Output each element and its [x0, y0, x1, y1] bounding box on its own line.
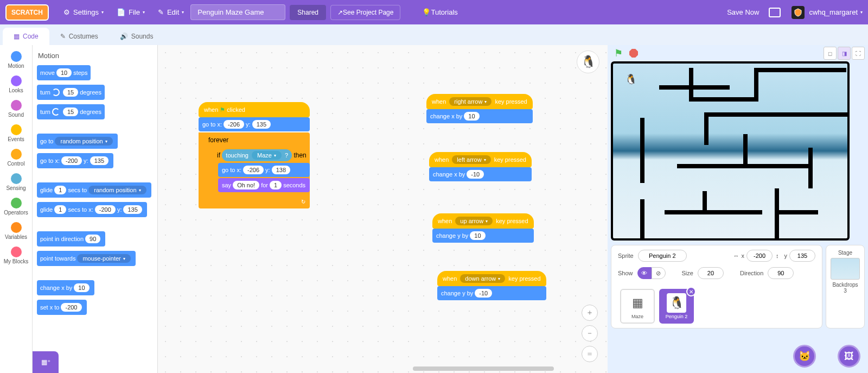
block-input[interactable]: -10	[475, 289, 492, 298]
block-input[interactable]: -200	[61, 156, 82, 165]
zoom-out-button[interactable]: －	[582, 325, 598, 342]
block-input[interactable]: -200	[61, 303, 81, 312]
block-change-x[interactable]: change x by10	[37, 280, 94, 295]
account-menu[interactable]: cwhq_margaret ▾	[792, 6, 863, 19]
stop-button[interactable]	[629, 49, 638, 58]
sprite-name-input[interactable]	[638, 250, 687, 262]
hat-when-key-pressed[interactable]: when down arrow key pressed	[437, 271, 546, 286]
sprite-y-input[interactable]	[789, 250, 815, 262]
block-goto-xy[interactable]: go to x:-206y:138	[218, 163, 310, 177]
block-dropdown[interactable]: down arrow	[460, 274, 505, 283]
block-if[interactable]: if touching Maze ? then go to x:-206y:13…	[207, 146, 310, 200]
tab-code[interactable]: ▦Code	[3, 28, 49, 45]
project-title-input[interactable]	[190, 4, 285, 20]
block-change-x[interactable]: change x by-10	[429, 167, 532, 181]
hat-when-flag-clicked[interactable]: when⚑clicked	[199, 102, 310, 117]
script-stack-main[interactable]: when⚑clicked go to x:-206y:135 forever i…	[199, 102, 310, 208]
block-goto-xy[interactable]: go to x:-200y:135	[37, 153, 113, 168]
stage-fullscreen-button[interactable]: ⛶	[852, 47, 865, 60]
block-set-x[interactable]: set x to-200	[37, 300, 87, 315]
scratch-logo[interactable]: SCRATCH	[5, 4, 49, 21]
edit-menu[interactable]: ✎Edit▾	[158, 8, 184, 16]
block-input[interactable]: -206	[224, 120, 244, 129]
penguin-sprite-on-stage[interactable]: 🐧	[625, 73, 638, 86]
block-change-y[interactable]: change y by10	[432, 229, 534, 243]
sprite-tile-penguin[interactable]: ✕ 🐧 Penguin 2	[659, 289, 694, 324]
block-dropdown[interactable]: up arrow	[455, 217, 493, 225]
block-input[interactable]: 138	[272, 166, 290, 174]
hat-when-key-pressed[interactable]: when left arrow key pressed	[429, 152, 532, 167]
block-touching[interactable]: touching Maze ?	[222, 149, 292, 161]
block-input[interactable]: Oh no!	[233, 181, 259, 189]
add-backdrop-button[interactable]: 🖼	[838, 345, 860, 368]
block-input[interactable]: -10	[467, 170, 484, 179]
block-input[interactable]: -200	[95, 205, 116, 214]
category-motion[interactable]: Motion	[0, 48, 32, 72]
category-control[interactable]: Control	[0, 146, 32, 170]
settings-menu[interactable]: ⚙Settings▾	[63, 8, 104, 16]
block-turn-right[interactable]: turn15degrees	[37, 85, 105, 100]
block-input[interactable]: 15	[63, 88, 78, 97]
save-now-button[interactable]: Save Now	[727, 8, 759, 16]
block-glide-xy[interactable]: glide1secs to x:-200y:135	[37, 202, 147, 217]
block-input[interactable]: 10	[470, 231, 485, 240]
green-flag-button[interactable]: ⚑	[614, 47, 623, 59]
tab-sounds[interactable]: 🔊Sounds	[109, 28, 164, 45]
see-project-page-button[interactable]: ↗See Project Page	[330, 5, 400, 20]
category-operators[interactable]: Operators	[0, 194, 32, 219]
sprite-direction-input[interactable]	[768, 267, 794, 279]
block-change-y[interactable]: change y by-10	[437, 286, 546, 300]
block-change-x[interactable]: change x by10	[426, 109, 533, 123]
shared-button[interactable]: Shared	[290, 5, 326, 20]
zoom-in-button[interactable]: ＋	[582, 305, 598, 321]
block-input[interactable]: 10	[464, 112, 479, 121]
sprite-x-input[interactable]	[746, 250, 773, 262]
add-extension-button[interactable]: ▦⁺	[33, 351, 59, 373]
block-dropdown[interactable]: mouse-pointer	[77, 254, 130, 263]
tutorials-button[interactable]: 💡Tutorials	[422, 8, 457, 16]
block-input[interactable]: -206	[243, 166, 264, 174]
stage-large-button[interactable]: ◨	[838, 47, 851, 60]
delete-sprite-button[interactable]: ✕	[686, 287, 696, 296]
zoom-reset-button[interactable]: ＝	[582, 346, 598, 362]
block-goto[interactable]: go torandom position	[37, 134, 118, 149]
block-dropdown[interactable]: random position	[55, 137, 112, 146]
block-input[interactable]: 135	[123, 205, 142, 214]
block-turn-left[interactable]: turn15degrees	[37, 104, 105, 119]
block-goto-xy[interactable]: go to x:-206y:135	[199, 117, 310, 131]
block-point-towards[interactable]: point towardsmouse-pointer	[37, 251, 136, 266]
add-sprite-button[interactable]: 🐱	[793, 345, 816, 368]
stage-small-button[interactable]: ◻	[824, 47, 837, 60]
block-input[interactable]: 1	[54, 205, 66, 214]
category-sensing[interactable]: Sensing	[0, 170, 32, 194]
block-point-direction[interactable]: point in direction90	[37, 231, 105, 246]
block-input[interactable]: 135	[90, 156, 108, 165]
block-input[interactable]: 10	[74, 283, 89, 292]
block-input[interactable]: 1	[54, 186, 66, 194]
file-menu[interactable]: 📄File▾	[117, 8, 145, 16]
hide-sprite-button[interactable]: ⊘	[652, 267, 666, 279]
block-forever[interactable]: forever if touching Maze ? then go to x:…	[199, 132, 310, 208]
block-dropdown[interactable]: right arrow	[449, 97, 492, 106]
sprite-tile-maze[interactable]: ▦ Maze	[620, 289, 655, 324]
mystuff-icon[interactable]	[769, 8, 781, 17]
script-stack-left[interactable]: when left arrow key pressed change x by-…	[429, 152, 532, 182]
show-sprite-button[interactable]: 👁	[637, 267, 652, 279]
script-stack-right[interactable]: when right arrow key pressed change x by…	[426, 94, 533, 124]
category-myblocks[interactable]: My Blocks	[0, 243, 32, 268]
block-input[interactable]: 10	[56, 68, 72, 77]
hat-when-key-pressed[interactable]: when right arrow key pressed	[426, 94, 533, 109]
block-say-for-secs[interactable]: sayOh no!for1seconds	[218, 178, 310, 192]
category-events[interactable]: Events	[0, 121, 32, 146]
hat-when-key-pressed[interactable]: when up arrow key pressed	[432, 213, 534, 229]
block-dropdown[interactable]: Maze	[252, 151, 282, 160]
block-palette[interactable]: Motion move10steps turn15degrees turn15d…	[33, 45, 157, 373]
category-looks[interactable]: Looks	[0, 72, 32, 97]
block-input[interactable]: 90	[85, 235, 100, 243]
category-sound[interactable]: Sound	[0, 97, 32, 121]
script-stack-up[interactable]: when up arrow key pressed change y by10	[432, 213, 534, 244]
block-dropdown[interactable]: random position	[88, 186, 146, 194]
script-stack-down[interactable]: when down arrow key pressed change y by-…	[437, 271, 546, 301]
stage[interactable]: 🐧	[611, 61, 850, 241]
block-glide[interactable]: glide1secs torandom position	[37, 182, 151, 198]
